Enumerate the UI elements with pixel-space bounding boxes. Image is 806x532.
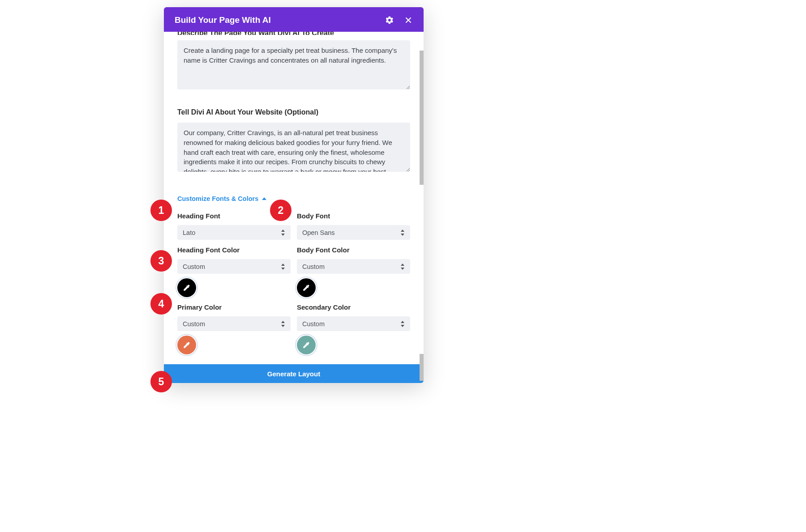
body-font-color-field: Body Font Color <box>297 246 410 297</box>
scrollbar[interactable] <box>420 354 424 381</box>
annotation-badge-3: 3 <box>150 250 172 272</box>
eyedropper-icon <box>183 341 191 349</box>
body-font-color-swatch[interactable] <box>297 278 316 297</box>
generate-layout-button[interactable]: Generate Layout <box>164 364 424 383</box>
customize-toggle[interactable]: Customize Fonts & Colors <box>177 195 410 202</box>
eyedropper-icon <box>302 284 310 292</box>
modal-header: Build Your Page With AI <box>164 7 424 33</box>
modal-body: Describe The Page You Want Divi AI To Cr… <box>164 32 424 364</box>
primary-color-swatch[interactable] <box>177 336 196 354</box>
heading-font-color-field: Heading Font Color <box>177 246 291 297</box>
modal-title: Build Your Page With AI <box>175 15 375 25</box>
body-font-select[interactable] <box>297 225 410 240</box>
secondary-color-field: Secondary Color <box>297 303 410 354</box>
annotation-badge-5: 5 <box>150 371 172 392</box>
primary-color-label: Primary Color <box>177 303 291 311</box>
secondary-color-select[interactable] <box>297 316 410 331</box>
secondary-color-label: Secondary Color <box>297 303 410 311</box>
eyedropper-icon <box>183 284 191 292</box>
heading-font-color-select[interactable] <box>177 259 291 274</box>
body-font-color-label: Body Font Color <box>297 246 410 254</box>
fonts-colors-grid: Heading Font Body Font <box>177 212 410 354</box>
customize-label: Customize Fonts & Colors <box>177 195 258 202</box>
primary-color-select[interactable] <box>177 316 291 331</box>
heading-font-select[interactable] <box>177 225 291 240</box>
chevron-up-icon <box>262 197 266 200</box>
primary-color-field: Primary Color <box>177 303 291 354</box>
eyedropper-icon <box>302 341 310 349</box>
describe-label: Describe The Page You Want Divi AI To Cr… <box>177 32 410 35</box>
describe-textarea[interactable] <box>177 40 410 89</box>
scrollbar[interactable] <box>420 51 424 185</box>
annotation-badge-4: 4 <box>150 293 172 315</box>
body-font-color-select[interactable] <box>297 259 410 274</box>
body-font-field: Body Font <box>297 212 410 240</box>
ai-builder-modal: Build Your Page With AI Describe The Pag… <box>164 7 424 383</box>
heading-font-color-label: Heading Font Color <box>177 246 291 254</box>
heading-font-color-swatch[interactable] <box>177 278 196 297</box>
body-font-label: Body Font <box>297 212 410 220</box>
close-icon[interactable] <box>404 16 413 25</box>
gear-icon[interactable] <box>385 16 394 25</box>
annotation-badge-2: 2 <box>270 200 292 221</box>
modal-body-wrap: Describe The Page You Want Divi AI To Cr… <box>164 32 424 383</box>
tell-about-label: Tell Divi AI About Your Website (Optiona… <box>177 108 410 116</box>
tell-about-textarea[interactable] <box>177 123 410 172</box>
secondary-color-swatch[interactable] <box>297 336 316 354</box>
annotation-badge-1: 1 <box>150 200 172 221</box>
